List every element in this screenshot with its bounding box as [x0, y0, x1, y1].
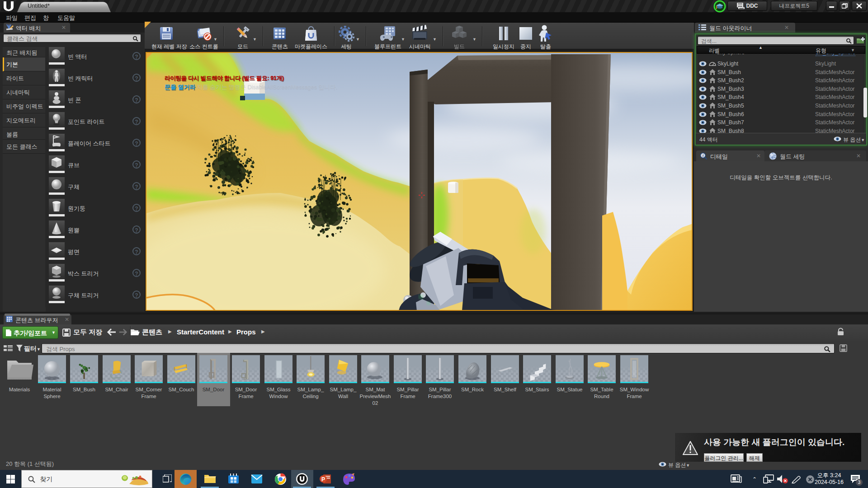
svg-text:P: P [321, 476, 325, 483]
